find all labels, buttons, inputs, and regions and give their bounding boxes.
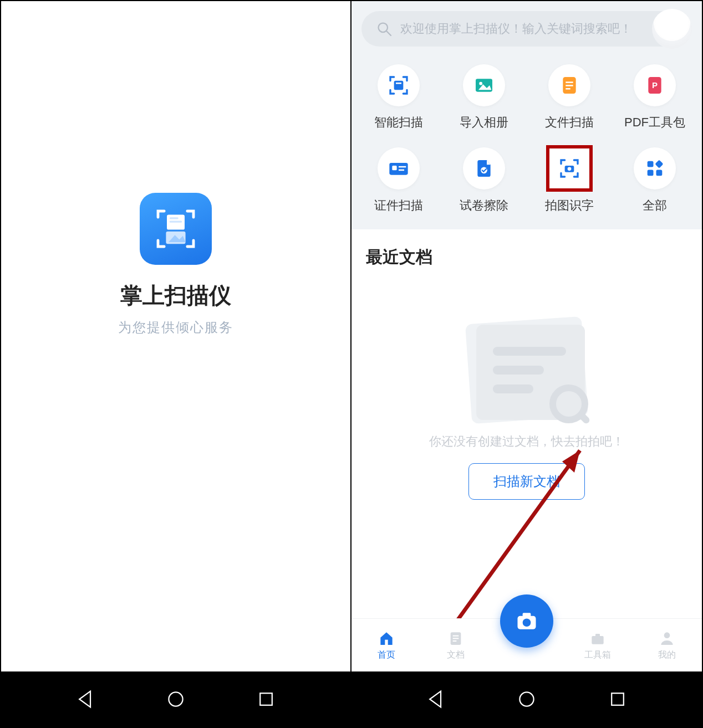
svg-point-41: [664, 632, 670, 638]
back-softkey[interactable]: [426, 689, 446, 709]
tab-tools[interactable]: 工具箱: [573, 629, 623, 661]
search-placeholder: 欢迎使用掌上扫描仪！输入关键词搜索吧！: [400, 20, 632, 37]
svg-line-8: [387, 32, 391, 36]
android-softkeys: [1, 671, 350, 727]
grid-label: 试卷擦除: [460, 197, 508, 214]
back-softkey[interactable]: [75, 689, 95, 709]
eraser-icon: [463, 147, 505, 189]
app-logo-icon: [140, 193, 212, 265]
id-scan-icon: [378, 147, 420, 189]
home-icon: [378, 629, 395, 647]
app-title: 掌上扫描仪: [120, 280, 231, 311]
header-area: 欢迎使用掌上扫描仪！输入关键词搜索吧！: [352, 1, 702, 59]
svg-rect-37: [452, 638, 459, 639]
profile-icon: [658, 629, 676, 647]
grid-id-scan[interactable]: 证件扫描: [356, 147, 441, 214]
grid-label: 智能扫描: [374, 114, 423, 131]
camera-icon: [514, 609, 539, 633]
svg-rect-29: [655, 160, 663, 168]
all-apps-icon: [634, 147, 676, 189]
search-bar[interactable]: 欢迎使用掌上扫描仪！输入关键词搜索吧！: [361, 11, 692, 47]
grid-label: 拍图识字: [545, 197, 594, 214]
svg-rect-21: [392, 166, 396, 170]
import-album-icon: [463, 64, 505, 106]
svg-text:P: P: [652, 80, 658, 90]
camera-fab[interactable]: [500, 594, 553, 648]
grid-label: 全部: [643, 197, 667, 214]
grid-import-album[interactable]: 导入相册: [441, 64, 527, 131]
empty-docs-icon: [468, 320, 585, 420]
svg-rect-6: [261, 693, 273, 705]
phone-home: 欢迎使用掌上扫描仪！输入关键词搜索吧！ 智能扫描: [352, 0, 703, 728]
svg-rect-16: [566, 85, 573, 86]
svg-rect-20: [389, 163, 407, 175]
grid-all[interactable]: 全部: [612, 147, 697, 214]
grid-label: PDF工具包: [624, 114, 685, 131]
svg-point-5: [169, 692, 182, 706]
recent-softkey[interactable]: [256, 689, 276, 709]
svg-marker-24: [487, 160, 491, 165]
svg-rect-15: [566, 81, 573, 83]
svg-rect-17: [566, 88, 570, 90]
recent-softkey[interactable]: [608, 689, 628, 709]
grid-pdf-tools[interactable]: P PDF工具包: [612, 64, 697, 131]
home-softkey[interactable]: [166, 689, 186, 709]
feature-grid: 智能扫描 导入相册: [352, 59, 702, 229]
file-scan-icon: [548, 64, 590, 106]
tab-label: 文档: [447, 649, 465, 661]
tab-profile[interactable]: 我的: [642, 629, 692, 661]
tab-docs[interactable]: 文档: [431, 629, 481, 661]
recent-docs-title: 最近文档: [352, 229, 702, 273]
grid-ocr[interactable]: 拍图识字: [527, 147, 612, 214]
grid-label: 导入相册: [460, 114, 508, 131]
grid-label: 文件扫描: [545, 114, 594, 131]
phone-splash: 掌上扫描仪 为您提供倾心服务: [0, 0, 352, 728]
svg-rect-40: [595, 634, 600, 637]
bottom-tabbar: 首页 文档 工具箱: [352, 618, 702, 671]
svg-rect-46: [612, 693, 624, 705]
splash-center: 掌上扫描仪 为您提供倾心服务: [1, 1, 350, 599]
svg-point-44: [523, 618, 531, 627]
tab-label: 工具箱: [584, 649, 611, 661]
svg-rect-36: [452, 635, 459, 637]
avatar[interactable]: [652, 9, 692, 49]
svg-rect-31: [656, 170, 663, 176]
grid-eraser[interactable]: 试卷擦除: [441, 147, 527, 214]
svg-rect-22: [399, 166, 406, 168]
svg-point-12: [479, 82, 482, 85]
svg-rect-23: [399, 170, 404, 171]
home-content: 欢迎使用掌上扫描仪！输入关键词搜索吧！ 智能扫描: [352, 1, 702, 671]
docs-icon: [447, 629, 465, 647]
toolbox-icon: [589, 629, 607, 647]
scan-new-button[interactable]: 扫描新文档: [468, 463, 585, 500]
empty-text: 你还没有创建过文档，快去拍拍吧！: [429, 433, 624, 450]
svg-rect-38: [452, 640, 456, 642]
grid-file-scan[interactable]: 文件扫描: [527, 64, 612, 131]
search-icon: [376, 20, 393, 37]
splash-content: 掌上扫描仪 为您提供倾心服务: [1, 1, 350, 671]
svg-rect-30: [648, 170, 654, 176]
empty-state: 你还没有创建过文档，快去拍拍吧！ 扫描新文档: [352, 273, 702, 618]
grid-smart-scan[interactable]: 智能扫描: [356, 64, 441, 131]
android-softkeys: [352, 671, 702, 727]
svg-point-45: [519, 692, 533, 706]
svg-rect-9: [394, 81, 404, 90]
tab-label: 首页: [378, 649, 395, 661]
app-subtitle: 为您提供倾心服务: [118, 319, 233, 336]
svg-point-7: [379, 23, 388, 33]
smart-scan-icon: [378, 64, 420, 106]
svg-rect-34: [385, 640, 388, 645]
home-softkey[interactable]: [517, 689, 537, 709]
grid-label: 证件扫描: [374, 197, 423, 214]
svg-rect-28: [648, 161, 654, 167]
ocr-icon: [548, 147, 590, 189]
pdf-tools-icon: P: [634, 64, 676, 106]
svg-rect-2: [170, 221, 182, 222]
svg-point-27: [568, 167, 572, 171]
tab-home[interactable]: 首页: [361, 629, 411, 661]
svg-rect-43: [523, 613, 531, 617]
svg-rect-10: [396, 83, 401, 84]
svg-rect-1: [170, 217, 179, 219]
svg-rect-39: [592, 636, 603, 644]
tab-label: 我的: [658, 649, 676, 661]
